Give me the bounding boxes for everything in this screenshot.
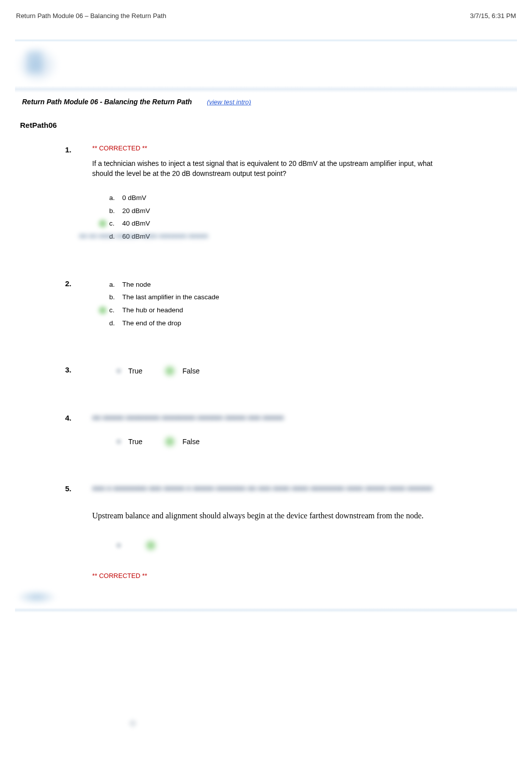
choice-d: d. The end of the drop <box>109 317 497 330</box>
true-false-row-blurred <box>114 539 497 552</box>
choice-b: b. The last amplifier in the cascade <box>109 291 497 304</box>
choice-letter: c. <box>109 217 122 230</box>
question-number: 1. <box>65 145 72 154</box>
tf-option-false[interactable]: False <box>162 435 199 448</box>
page-header: Return Path Module 06 – Balancing the Re… <box>0 0 532 25</box>
tf-option-true[interactable] <box>114 541 123 550</box>
choice-a: a. 0 dBmV <box>109 191 497 205</box>
blurred-prompt-top-2 <box>92 496 192 503</box>
blurred-overlay: ■■ ■■ ■■■■ ■■■■■■ ■■■■ ■■■■■■■ ■■■■■ <box>79 230 259 241</box>
question-prompt: If a technician wishes to inject a test … <box>92 159 443 178</box>
tf-label-false: False <box>182 367 199 375</box>
radio-selected-icon <box>143 539 158 552</box>
question-2: 2. a. The node b. The last amplifier in … <box>65 278 497 330</box>
choice-text: 0 dBmV <box>122 191 146 205</box>
question-prompt: Upstream balance and alignment should al… <box>92 510 443 521</box>
choice-b: b. 20 dBmV <box>109 205 497 218</box>
question-number: 5. <box>65 484 72 493</box>
questions-list: 1. ** CORRECTED ** If a technician wishe… <box>15 129 517 579</box>
choice-d: ■■ ■■ ■■■■ ■■■■■■ ■■■■ ■■■■■■■ ■■■■■ d. … <box>109 230 497 243</box>
header-left: Return Path Module 06 – Balancing the Re… <box>16 12 166 20</box>
corrected-flag: ** CORRECTED ** <box>92 572 497 579</box>
blurred-prompt-top: ■■■ ■ ■■■■■■■■ ■■■ ■■■■■ ■ ■■■■■ ■■■■■■■… <box>92 483 443 494</box>
module-title: Return Path Module 06 - Balancing the Re… <box>22 98 192 106</box>
correct-marker-icon <box>96 305 109 316</box>
corrected-flag: ** CORRECTED ** <box>92 144 497 152</box>
tf-option-false[interactable]: False <box>162 364 199 377</box>
question-number: 3. <box>65 365 72 374</box>
choice-letter: a. <box>109 278 122 291</box>
tf-option-false[interactable] <box>143 539 158 552</box>
question-1: 1. ** CORRECTED ** If a technician wishe… <box>65 144 497 243</box>
footer-logo-blurred <box>16 590 57 605</box>
choice-c: c. The hub or headend <box>109 304 497 317</box>
radio-icon <box>114 541 123 550</box>
tf-label-false: False <box>182 438 199 446</box>
tf-label-true: True <box>128 367 142 375</box>
correct-marker-icon <box>96 218 109 229</box>
ghost-radio-icon <box>127 718 138 729</box>
view-test-intro-link[interactable]: (view test intro) <box>207 98 251 106</box>
choice-letter: d. <box>109 317 122 330</box>
content-frame: Return Path Module 06 - Balancing the Re… <box>15 40 517 729</box>
choice-c: c. 40 dBmV <box>109 217 497 230</box>
choice-a: a. The node <box>109 278 497 291</box>
radio-icon <box>114 366 123 375</box>
header-right: 3/7/15, 6:31 PM <box>470 12 516 20</box>
choice-list: a. 0 dBmV b. 20 dBmV c. 40 dBmV ■■ ■■ ■■… <box>109 191 497 243</box>
tf-option-true[interactable]: True <box>114 437 142 446</box>
logo-blurred <box>16 46 59 84</box>
true-false-row: True False <box>114 435 497 448</box>
question-4: 4. ■■ ■■■■■ ■■■■■■■■ ■■■■■■■■ ■■■■■■ ■■■… <box>65 413 497 448</box>
choice-text: The node <box>122 278 151 291</box>
choice-letter: b. <box>109 205 122 218</box>
choice-text: The end of the drop <box>122 317 181 330</box>
radio-icon <box>114 437 123 446</box>
blurred-prompt: ■■ ■■■■■ ■■■■■■■■ ■■■■■■■■ ■■■■■■ ■■■■■ … <box>92 413 413 423</box>
question-5: 5. ■■■ ■ ■■■■■■■■ ■■■ ■■■■■ ■ ■■■■■ ■■■■… <box>65 483 497 579</box>
true-false-row: True False <box>114 364 497 377</box>
tf-label-true: True <box>128 438 142 446</box>
choice-list: a. The node b. The last amplifier in the… <box>109 278 497 330</box>
question-3: 3. True False <box>65 364 497 377</box>
question-number: 2. <box>65 279 72 288</box>
choice-letter: a. <box>109 191 122 205</box>
section-label: RetPath06 <box>15 109 517 129</box>
choice-text: 20 dBmV <box>122 205 150 218</box>
logo-area <box>15 42 517 84</box>
title-row: Return Path Module 06 - Balancing the Re… <box>15 93 517 109</box>
choice-text: The last amplifier in the cascade <box>122 291 219 304</box>
bottom-divider <box>15 608 517 613</box>
tf-option-true[interactable]: True <box>114 366 142 375</box>
banner-divider <box>15 86 517 93</box>
choice-text: 40 dBmV <box>122 217 150 230</box>
choice-text: The hub or headend <box>122 304 183 317</box>
choice-letter: c. <box>109 304 122 317</box>
question-number: 4. <box>65 414 72 422</box>
choice-letter: b. <box>109 291 122 304</box>
radio-selected-icon <box>162 364 177 377</box>
radio-selected-icon <box>162 435 177 448</box>
